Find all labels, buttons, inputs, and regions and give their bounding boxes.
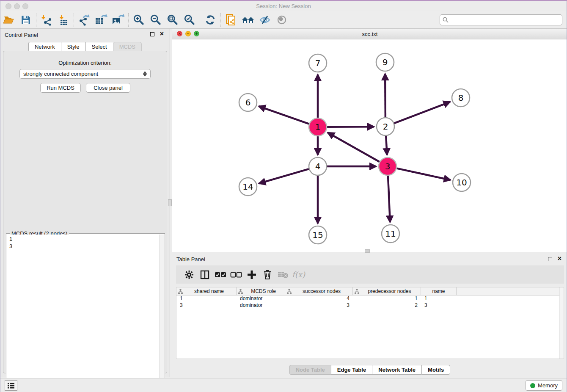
window-title: Session: New Session <box>0 3 567 9</box>
table-cell[interactable]: dominator <box>237 302 285 309</box>
show-columns-icon[interactable] <box>197 268 212 281</box>
export-image-icon[interactable] <box>110 13 127 27</box>
zoom-out-icon[interactable] <box>147 13 164 27</box>
table-float-panel-icon[interactable] <box>548 257 552 261</box>
tab-select[interactable]: Select <box>85 42 113 52</box>
float-panel-icon[interactable] <box>150 32 154 36</box>
network-graph[interactable]: 1234678910111415 <box>172 39 566 252</box>
save-session-icon[interactable] <box>17 13 34 27</box>
graph-node-3[interactable]: 3 <box>379 157 396 175</box>
tab-mcds[interactable]: MCDS <box>113 42 142 52</box>
column-header-predecessor-nodes[interactable]: predecessor nodes <box>353 287 421 295</box>
table-cell[interactable]: 1 <box>353 295 421 302</box>
graph-node-4[interactable]: 4 <box>309 157 327 175</box>
close-panel-button[interactable]: Close panel <box>86 83 130 93</box>
table-cell[interactable]: 1 <box>176 295 237 302</box>
svg-text:6: 6 <box>245 97 251 108</box>
table-cell[interactable]: 3 <box>421 302 457 309</box>
tab-node-table[interactable]: Node Table <box>289 365 331 375</box>
graph-edge-2-3[interactable] <box>386 136 387 155</box>
zoom-fit-icon[interactable] <box>164 13 181 27</box>
graph-node-9[interactable]: 9 <box>376 53 394 71</box>
result-scrollbar[interactable] <box>159 235 164 392</box>
table-cell[interactable]: 1 <box>421 295 457 302</box>
network-titlebar[interactable]: × − + scc.txt <box>172 29 567 39</box>
application-window: Session: New Session <box>0 0 567 392</box>
delete-column-trash-icon[interactable] <box>259 268 275 281</box>
graph-edge-1-2[interactable] <box>327 127 374 127</box>
open-session-icon[interactable] <box>0 13 17 27</box>
zoom-selected-icon[interactable] <box>181 13 198 27</box>
deselect-all-columns-icon[interactable] <box>228 268 244 281</box>
graph-edge-3-11[interactable] <box>388 176 390 222</box>
column-header-MCDS-role[interactable]: MCDS role <box>237 287 285 295</box>
control-panel: Control Panel × NetworkStyleSelectMCDS O… <box>0 29 170 377</box>
column-header-successor-nodes[interactable]: successor nodes <box>285 287 353 295</box>
tab-edge-table[interactable]: Edge Table <box>331 365 372 375</box>
graph-node-8[interactable]: 8 <box>452 89 470 107</box>
graph-edge-3-10[interactable] <box>396 168 450 180</box>
graph-edge-4-14[interactable] <box>259 169 309 183</box>
run-mcds-button[interactable]: Run MCDS <box>40 83 81 93</box>
table-close-panel-icon[interactable]: × <box>558 255 561 262</box>
panel-splitter-grip[interactable] <box>168 199 172 206</box>
svg-text:1: 1 <box>315 122 321 132</box>
main-toolbar <box>0 11 567 29</box>
search-box[interactable] <box>440 14 562 25</box>
node-table: shared nameMCDS rolesuccessor nodesprede… <box>176 287 564 359</box>
svg-text:15: 15 <box>312 230 323 240</box>
tab-style[interactable]: Style <box>61 42 85 52</box>
graph-node-10[interactable]: 10 <box>453 174 471 191</box>
table-cell[interactable]: 4 <box>285 295 353 302</box>
refresh-icon[interactable] <box>202 13 219 27</box>
network-canvas[interactable]: 1234678910111415 <box>172 39 566 252</box>
tab-network[interactable]: Network <box>28 42 61 52</box>
graph-edge-2-9[interactable] <box>385 74 385 117</box>
mcds-result-text[interactable]: 1 3 <box>7 235 159 392</box>
graph-node-11[interactable]: 11 <box>382 225 399 243</box>
graph-edge-2-8[interactable] <box>394 102 450 124</box>
list-icon <box>7 382 15 389</box>
copy-network-icon[interactable] <box>223 13 239 27</box>
table-panel: Table Panel × <box>172 253 567 378</box>
tab-network-table[interactable]: Network Table <box>372 365 421 375</box>
memory-status-dot <box>530 383 535 388</box>
table-cell[interactable]: dominator <box>237 295 285 302</box>
graph-node-2[interactable]: 2 <box>377 118 394 135</box>
graph-edge-1-6[interactable] <box>259 106 309 124</box>
criterion-dropdown[interactable]: strongly connected component <box>19 69 151 79</box>
table-row[interactable]: 3dominator323 <box>176 302 564 309</box>
table-cell[interactable]: 3 <box>285 302 353 309</box>
graph-node-6[interactable]: 6 <box>239 94 257 111</box>
graph-edge-3-1[interactable] <box>328 133 380 162</box>
table-settings-gear-icon[interactable] <box>181 268 197 281</box>
import-network-icon[interactable] <box>38 13 55 27</box>
table-scrollbar[interactable] <box>559 287 564 359</box>
column-header-name[interactable]: name <box>421 287 457 295</box>
svg-text:3: 3 <box>385 161 391 171</box>
tab-motifs[interactable]: Motifs <box>421 365 450 375</box>
optimization-criterion-label: Optimization criterion: <box>3 60 167 66</box>
horizontal-splitter-grip[interactable] <box>365 249 370 253</box>
graph-node-7[interactable]: 7 <box>309 54 327 72</box>
close-panel-icon[interactable]: × <box>160 30 164 37</box>
graph-node-14[interactable]: 14 <box>239 178 257 196</box>
home-layout-icon[interactable] <box>239 13 256 27</box>
task-history-button[interactable] <box>5 380 17 391</box>
hide-panel-eye-icon[interactable] <box>256 13 273 27</box>
export-table-icon[interactable] <box>93 13 110 27</box>
table-cell[interactable]: 2 <box>353 302 421 309</box>
table-row[interactable]: 1dominator411 <box>176 295 564 302</box>
table-cell[interactable]: 3 <box>176 302 237 309</box>
create-column-plus-icon[interactable] <box>244 268 259 281</box>
toolbar-separator <box>220 13 221 27</box>
graph-node-15[interactable]: 15 <box>309 226 327 244</box>
search-input[interactable] <box>451 17 559 23</box>
select-all-columns-icon[interactable] <box>212 268 228 281</box>
zoom-in-icon[interactable] <box>130 13 147 27</box>
import-table-icon[interactable] <box>55 13 72 27</box>
export-network-icon[interactable] <box>76 13 93 27</box>
column-header-shared-name[interactable]: shared name <box>176 287 237 295</box>
graph-node-1[interactable]: 1 <box>309 118 327 136</box>
memory-button[interactable]: Memory <box>526 380 562 391</box>
